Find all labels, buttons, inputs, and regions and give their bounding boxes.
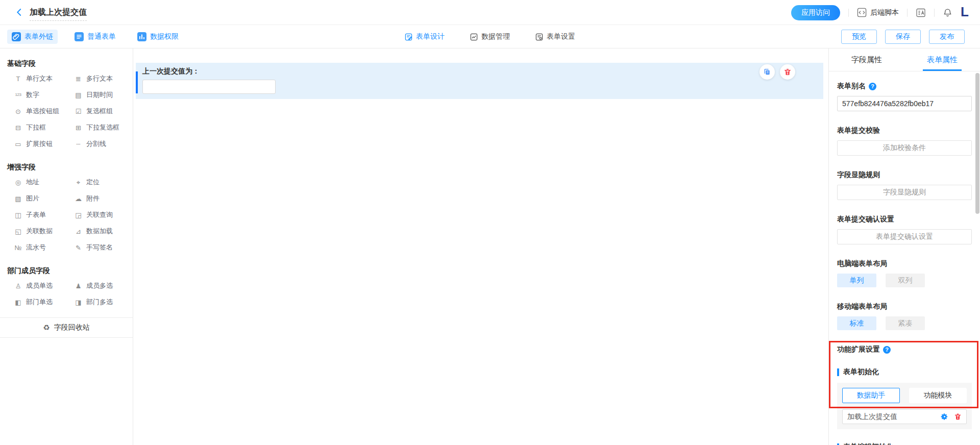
form-alias-label: 表单别名 — [837, 82, 866, 91]
form-canvas: 上一次提交值为： — [133, 48, 828, 445]
field-item[interactable]: ◲关联查询 — [74, 207, 133, 223]
tab-form-design-label: 表单设计 — [416, 32, 445, 41]
extend-button-icon: ▭ — [14, 141, 22, 147]
gear-icon — [941, 413, 948, 421]
tab-form-properties[interactable]: 表单属性 — [904, 48, 980, 71]
field-item[interactable]: ☁附件 — [74, 190, 133, 207]
field-item-label: 单行文本 — [26, 74, 53, 83]
avatar[interactable]: L — [961, 5, 969, 18]
section-title-basic-fields: 基础字段 — [7, 59, 133, 68]
submit-confirm-label: 表单提交确认设置 — [837, 215, 894, 224]
form-init-title: 表单初始化 — [843, 367, 879, 377]
field-item[interactable]: ≣多行文本 — [74, 70, 133, 87]
field-item[interactable]: ⊟下拉框 — [14, 119, 74, 136]
field-item-label: 下拉框 — [26, 123, 46, 132]
mobile-layout-compact-option[interactable]: 紧凑 — [886, 316, 925, 330]
field-item-label: 关联数据 — [26, 227, 53, 236]
form-init-panel: 数据助手 功能模块 加载上次提交值 — [837, 383, 972, 429]
init-rule-item[interactable]: 加载上次提交值 — [842, 409, 967, 424]
duplicate-field-button[interactable] — [760, 64, 775, 80]
divider — [907, 9, 908, 17]
save-button[interactable]: 保存 — [885, 30, 921, 44]
backend-script-button[interactable]: 后端脚本 — [857, 8, 899, 17]
backend-script-label: 后端脚本 — [870, 8, 899, 17]
field-recycle-bin[interactable]: ♻ 字段回收站 — [0, 317, 133, 338]
linked-data-icon: ◱ — [14, 228, 22, 235]
field-item[interactable]: ⌖定位 — [74, 174, 133, 190]
help-icon[interactable]: ? — [883, 346, 891, 354]
init-tab-function-module[interactable]: 功能模块 — [909, 388, 967, 403]
field-item[interactable]: ▤日期时间 — [74, 87, 133, 103]
panel-scrollbar-thumb[interactable] — [975, 73, 979, 214]
help-icon[interactable]: ? — [869, 83, 876, 90]
number-icon: 123 — [14, 93, 22, 97]
id-card-button[interactable] — [916, 8, 926, 18]
notification-button[interactable] — [943, 8, 952, 17]
page-title: 加载上次提交值 — [30, 8, 87, 21]
field-item[interactable]: ✎手写签名 — [74, 239, 133, 256]
image-icon: ▧ — [14, 195, 22, 202]
field-item[interactable]: ▭扩展按钮 — [14, 136, 74, 152]
copy-icon — [763, 68, 771, 76]
field-item[interactable]: ◎地址 — [14, 174, 74, 190]
field-item[interactable]: ┄分割线 — [74, 136, 133, 152]
field-item[interactable]: ◨部门多选 — [74, 294, 133, 310]
pc-layout-label: 电脑端表单布局 — [837, 259, 887, 268]
init-rule-settings-button[interactable] — [941, 413, 948, 421]
field-item[interactable]: ♙成员单选 — [14, 278, 74, 294]
field-item[interactable]: ◱关联数据 — [14, 223, 74, 239]
data-load-icon: ⊿ — [74, 228, 83, 235]
selected-field-block[interactable]: 上一次提交值为： — [136, 63, 823, 99]
serial-number-icon: № — [14, 244, 22, 251]
field-text-input[interactable] — [142, 80, 276, 94]
field-item-label: 成员多选 — [86, 281, 113, 290]
field-item-label: 数字 — [26, 90, 39, 100]
init-rule-delete-button[interactable] — [954, 413, 962, 421]
selection-accent-bar — [136, 71, 138, 93]
field-item-label: 部门单选 — [26, 298, 53, 307]
preview-button[interactable]: 预览 — [841, 30, 877, 44]
code-icon — [857, 8, 867, 17]
mobile-layout-standard-option[interactable]: 标准 — [837, 316, 876, 330]
field-item-label: 部门多选 — [86, 298, 113, 307]
field-item-label: 图片 — [26, 194, 39, 203]
app-access-button[interactable]: 应用访问 — [791, 5, 840, 20]
field-item[interactable]: ♟成员多选 — [74, 278, 133, 294]
delete-field-button[interactable] — [780, 64, 795, 80]
pc-layout-single-option[interactable]: 单列 — [837, 274, 876, 287]
field-item[interactable]: T单行文本 — [14, 70, 74, 87]
submit-validation-label: 表单提交校验 — [837, 126, 880, 135]
visibility-rules-label: 字段显隐规则 — [837, 170, 880, 180]
field-item[interactable]: ◧部门单选 — [14, 294, 74, 310]
checkbox-group-icon: ☑ — [74, 108, 83, 115]
member-single-icon: ♙ — [14, 283, 22, 289]
field-item[interactable]: №流水号 — [14, 239, 74, 256]
form-edit-init-title: 表单编辑初始化 — [843, 442, 893, 445]
recycle-label: 字段回收站 — [54, 323, 90, 332]
field-item[interactable]: ⊿数据加载 — [74, 223, 133, 239]
add-validation-button[interactable]: 添加校验条件 — [837, 140, 972, 156]
visibility-rules-button[interactable]: 字段显隐规则 — [837, 185, 972, 200]
field-item[interactable]: ⊙单选按钮组 — [14, 103, 74, 119]
signature-icon: ✎ — [74, 244, 83, 251]
tab-form-settings[interactable]: 表单设置 — [535, 32, 575, 41]
tab-form-design[interactable]: 表单设计 — [405, 32, 445, 41]
field-item[interactable]: ☑复选框组 — [74, 103, 133, 119]
field-item[interactable]: 123数字 — [14, 87, 74, 103]
attachment-icon: ☁ — [74, 195, 83, 202]
field-item[interactable]: ⊞下拉复选框 — [74, 119, 133, 136]
form-alias-input[interactable] — [837, 96, 972, 111]
feature-extension-label: 功能扩展设置 — [837, 345, 880, 354]
single-line-text-icon: T — [14, 76, 22, 82]
pc-layout-double-option[interactable]: 双列 — [886, 274, 925, 287]
field-item[interactable]: ◫子表单 — [14, 207, 74, 223]
back-button[interactable] — [13, 6, 26, 18]
init-tab-data-assistant[interactable]: 数据助手 — [842, 388, 900, 403]
submit-confirm-button[interactable]: 表单提交确认设置 — [837, 229, 972, 244]
tab-field-properties[interactable]: 字段属性 — [829, 48, 904, 71]
publish-button[interactable]: 发布 — [929, 30, 965, 44]
tab-data-manage[interactable]: 数据管理 — [470, 32, 510, 41]
field-item[interactable]: ▧图片 — [14, 190, 74, 207]
mobile-layout-label: 移动端表单布局 — [837, 302, 887, 311]
dropdown-icon: ⊟ — [14, 125, 22, 131]
